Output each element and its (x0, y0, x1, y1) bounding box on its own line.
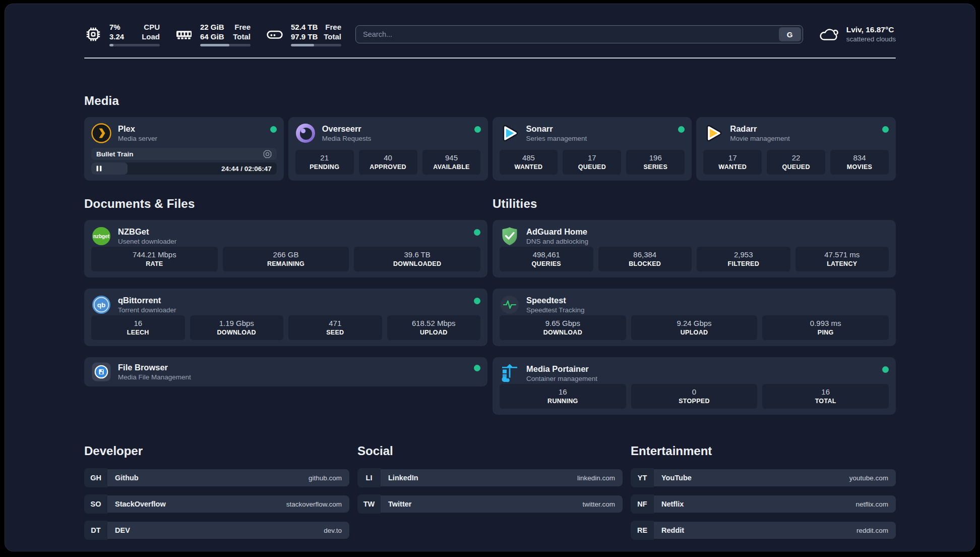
app-name: Radarr (730, 124, 790, 134)
bookmark-link-linkedin[interactable]: LILinkedInlinkedin.com (357, 468, 623, 487)
stat-label: APPROVED (363, 163, 413, 172)
stat-tile-total: 16TOTAL (762, 384, 889, 409)
app-card-media-portainer[interactable]: Media PortainerContainer management16RUN… (493, 357, 896, 415)
stat-value: 9.65 Gbps (504, 318, 622, 328)
app-card-adguard-home[interactable]: AdGuard HomeDNS and adblocking498,461QUE… (493, 220, 896, 277)
system-stats: 7%3.24 CPULoad 22 GiB64 GiB FreeTotal (84, 22, 341, 46)
status-dot (882, 126, 889, 133)
app-card-nzbget[interactable]: nzbgetNZBGetUsenet downloader744.21 Mbps… (84, 220, 487, 277)
dashboard-page: 7%3.24 CPULoad 22 GiB64 GiB FreeTotal (5, 4, 975, 551)
bookmark-link-github[interactable]: GHGithubgithub.com (84, 468, 349, 487)
app-card-radarr[interactable]: RadarrMovie management17WANTED22QUEUED83… (696, 117, 896, 181)
cpu-load-label: Load (142, 32, 160, 41)
app-card-plex[interactable]: PlexMedia serverBullet Train24:44 / 02:0… (84, 117, 284, 181)
stat-value: 266 GB (227, 250, 345, 260)
app-header: nzbgetNZBGetUsenet downloader (91, 226, 480, 246)
qbittorrent-icon: qb (91, 295, 111, 315)
ram-progress-bar (200, 44, 251, 46)
cpu-progress-bar (109, 44, 160, 46)
bookmark-pill: StackOverflowstackoverflow.com (107, 495, 349, 513)
app-titles: PlexMedia server (118, 124, 157, 143)
disk-stat: 52.4 TB97.9 TB FreeTotal (266, 22, 341, 46)
app-name: qBittorrent (118, 295, 176, 306)
cloud-icon (817, 24, 840, 44)
app-card-sonarr[interactable]: SonarrSeries management485WANTED17QUEUED… (493, 117, 692, 181)
app-subtitle: Speedtest Tracking (526, 306, 585, 314)
app-name: AdGuard Home (526, 227, 588, 237)
stat-tile-pending: 21PENDING (295, 150, 354, 175)
app-stats: 16RUNNING0STOPPED16TOTAL (500, 384, 889, 409)
now-playing-title: Bullet Train (96, 150, 263, 158)
bookmark-pill: Githubgithub.com (107, 469, 349, 486)
bookmark-link-netflix[interactable]: NFNetflixnetflix.com (631, 494, 896, 514)
stat-value: 744.21 Mbps (95, 250, 214, 260)
stat-tile-latency: 47.571 msLATENCY (795, 247, 889, 271)
stat-value: 618.52 Mbps (391, 318, 477, 328)
bookmark-url: reddit.com (856, 527, 888, 534)
bookmark-abbr-badge: YT (631, 468, 654, 487)
stat-label: DOWNLOADED (358, 260, 476, 268)
stat-value: 86,384 (602, 250, 688, 260)
app-card-qbittorrent[interactable]: qbqBittorrentTorrent downloader16LEECH1.… (84, 289, 487, 346)
pause-icon[interactable] (96, 165, 102, 172)
bookmark-name: YouTube (661, 474, 692, 482)
spacer (703, 143, 889, 150)
stat-value: 17 (707, 153, 758, 163)
bookmark-link-youtube[interactable]: YTYouTubeyoutube.com (631, 468, 896, 487)
svg-text:qb: qb (97, 301, 106, 309)
stat-tile-available: 945AVAILABLE (422, 150, 481, 175)
bookmark-pill: DEVdev.to (107, 522, 349, 539)
stat-label: REMAINING (227, 260, 345, 268)
app-card-overseerr[interactable]: OverseerrMedia Requests21PENDING40APPROV… (288, 117, 488, 181)
section-title-documents: Documents & Files (84, 197, 487, 211)
now-playing-title-row: Bullet Train (91, 148, 277, 160)
app-subtitle: DNS and adblocking (526, 237, 588, 246)
app-titles: SpeedtestSpeedtest Tracking (526, 295, 585, 314)
section-title-media: Media (84, 94, 896, 108)
app-card-file-browser[interactable]: File BrowserMedia File Management (84, 357, 487, 386)
bookmark-abbr-badge: TW (357, 494, 381, 514)
stat-tile-stopped: 0STOPPED (631, 384, 758, 409)
app-titles: RadarrMovie management (730, 124, 790, 143)
stat-label: RATE (95, 260, 214, 268)
stat-label: WANTED (504, 163, 554, 172)
stat-value: 471 (292, 318, 378, 328)
stat-value: 9.24 Gbps (635, 318, 754, 328)
app-subtitle: Media Requests (322, 134, 372, 143)
app-header: PlexMedia server (91, 123, 277, 143)
bookmark-link-twitter[interactable]: TWTwittertwitter.com (357, 494, 623, 514)
bookmark-name: Github (115, 474, 139, 482)
adguard-icon (500, 226, 520, 246)
app-titles: qBittorrentTorrent downloader (118, 295, 176, 314)
stat-tile-downloaded: 39.6 TBDOWNLOADED (354, 247, 480, 271)
plex-icon (91, 123, 111, 143)
bookmark-link-reddit[interactable]: RERedditreddit.com (631, 521, 896, 540)
bookmark-group-developer: DeveloperGHGithubgithub.comSOStackOverfl… (84, 444, 349, 540)
bookmark-group-title: Social (357, 444, 623, 458)
ram-free-value: 22 GiB (200, 22, 224, 32)
bookmark-group-title: Entertainment (631, 444, 896, 458)
sonarr-icon (500, 123, 520, 143)
session-icon[interactable] (263, 150, 272, 158)
bookmark-name: Netflix (661, 500, 684, 508)
bookmark-link-dev[interactable]: DTDEVdev.to (84, 521, 349, 540)
search-provider-button[interactable]: G (779, 27, 801, 41)
stat-label: FILTERED (701, 260, 786, 268)
stat-label: PENDING (299, 163, 350, 172)
bookmark-url: netflix.com (855, 500, 888, 508)
stat-tile-download: 9.65 GbpsDOWNLOAD (500, 315, 626, 340)
search-input[interactable] (355, 25, 803, 43)
bookmark-name: StackOverflow (115, 500, 166, 508)
nzbget-icon: nzbget (91, 226, 111, 246)
disk-total-value: 97.9 TB (291, 32, 318, 41)
stat-value: 22 (771, 153, 821, 163)
app-card-speedtest[interactable]: SpeedtestSpeedtest Tracking9.65 GbpsDOWN… (493, 289, 896, 346)
stat-label: DOWNLOAD (194, 328, 280, 337)
speedtest-icon (500, 295, 520, 315)
app-titles: SonarrSeries management (526, 124, 587, 143)
bookmark-abbr-badge: RE (631, 521, 654, 540)
bookmark-link-stackoverflow[interactable]: SOStackOverflowstackoverflow.com (84, 494, 349, 514)
bookmark-pill: LinkedInlinkedin.com (381, 469, 623, 486)
stat-tile-ping: 0.993 msPING (762, 315, 889, 340)
stat-label: QUERIES (504, 260, 589, 268)
